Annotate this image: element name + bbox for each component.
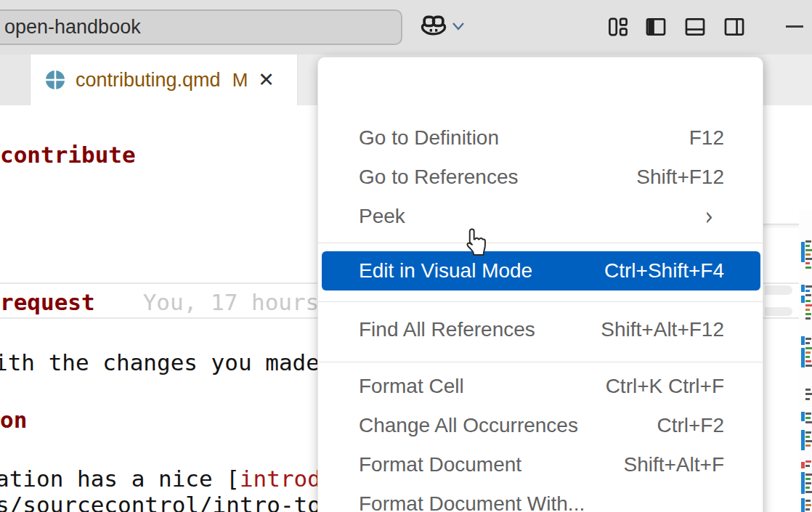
- minimap-change-bar: [801, 336, 805, 345]
- menu-item-label: Edit in Visual Mode: [359, 259, 532, 283]
- menu-item-format-document[interactable]: Format DocumentShift+Alt+F: [322, 445, 760, 484]
- minimap-text-mark: [805, 285, 812, 288]
- tab-contributing-qmd[interactable]: contributing.qmd M ✕: [31, 54, 298, 105]
- code-text: ith the changes you made yo: [0, 349, 360, 375]
- menu-item-shortcut: Shift+Alt+F: [623, 453, 724, 476]
- code-line: ation has a nice [introduct: [0, 466, 362, 492]
- minimap-change-bar: [801, 430, 805, 450]
- blame-annotation: You, 17 hours: [143, 289, 320, 315]
- menu-item-label: Format Cell: [359, 375, 464, 398]
- menu-item-format-cell[interactable]: Format CellCtrl+K Ctrl+F: [322, 367, 760, 406]
- minimap[interactable]: [799, 211, 812, 512]
- minimap-text-mark: [805, 365, 812, 367]
- minimap-text-mark: [805, 304, 812, 306]
- code-line: s/sourcecontrol/intro-to-gi: [0, 492, 362, 512]
- minimap-text-mark: [805, 508, 810, 511]
- minimize-icon[interactable]: [786, 25, 803, 28]
- copilot-icon[interactable]: [418, 11, 450, 43]
- minimap-text-mark: [805, 504, 811, 506]
- toggle-panel-icon[interactable]: [683, 15, 707, 39]
- minimap-text-mark: [805, 421, 812, 423]
- menu-item-go-to-definition[interactable]: Go to DefinitionF12: [322, 118, 760, 158]
- minimap-text-mark: [805, 500, 811, 502]
- menu-item-shortcut: Ctrl+K Ctrl+F: [606, 375, 724, 398]
- close-icon[interactable]: ✕: [258, 68, 275, 92]
- menu-item-change-all-occurrences[interactable]: Change All OccurrencesCtrl+F2: [322, 406, 760, 445]
- minimap-text-mark: [805, 262, 810, 264]
- menu-item-shortcut: Shift+Alt+F12: [601, 318, 724, 341]
- vscode-window: open-handbook: [0, 0, 812, 512]
- minimap-text-mark: [805, 240, 811, 243]
- menu-item-find-all-references[interactable]: Find All ReferencesShift+Alt+F12: [322, 310, 760, 349]
- title-bar: open-handbook: [0, 0, 812, 54]
- minimap-text-mark: [805, 444, 811, 447]
- minimap-text-mark: [805, 413, 811, 415]
- menu-item-shortcut: F12: [689, 126, 724, 150]
- code-text: s/sourcecontrol/intro-to-gi: [0, 492, 362, 512]
- minimap-text-mark: [805, 393, 812, 395]
- minimap-change-bar: [801, 296, 805, 303]
- toggle-secondary-sidebar-icon[interactable]: [722, 15, 747, 39]
- command-center[interactable]: open-handbook: [0, 9, 402, 45]
- minimap-text-mark: [805, 317, 811, 320]
- minimap-text-mark: [805, 491, 812, 493]
- minimap-text-mark: [805, 300, 811, 302]
- code-line: contribute: [0, 142, 136, 168]
- minimap-change-bar: [801, 348, 805, 367]
- menu-item-peek[interactable]: Peek›: [322, 197, 760, 236]
- minimap-text-mark: [805, 249, 812, 251]
- menu-item-shortcut: Ctrl+F2: [657, 414, 724, 437]
- minimap-text-mark: [805, 460, 811, 463]
- menu-item-shortcut: Shift+F12: [636, 166, 724, 189]
- minimap-text-mark: [805, 245, 810, 247]
- code-text: request: [0, 289, 95, 315]
- customize-layout-icon[interactable]: [606, 15, 630, 39]
- menu-separator: [318, 243, 764, 243]
- minimap-change-bar: [801, 412, 805, 421]
- minimap-change-bar: [801, 242, 805, 262]
- chevron-down-icon[interactable]: [451, 21, 466, 31]
- code-line: ith the changes you made yo: [0, 349, 360, 375]
- minimap-text-mark: [805, 474, 812, 476]
- code-text: ation has a nice [: [0, 466, 240, 492]
- menu-separator: [318, 362, 764, 362]
- menu-item-label: Format Document With...: [359, 492, 585, 512]
- code-line: requestYou, 17 hours: [0, 289, 319, 315]
- minimap-text-mark: [805, 313, 811, 315]
- minimap-text-mark: [805, 338, 811, 340]
- code-text: contribute: [0, 142, 136, 168]
- minimap-text-mark: [805, 478, 811, 480]
- menu-item-label: Format Document: [359, 453, 521, 476]
- menu-item-label: Go to References: [359, 166, 518, 189]
- command-center-text: open-handbook: [4, 16, 141, 38]
- toggle-primary-sidebar-icon[interactable]: [643, 15, 668, 39]
- menu-item-go-to-references[interactable]: Go to ReferencesShift+F12: [322, 158, 760, 197]
- minimap-text-mark: [805, 290, 810, 292]
- minimap-text-mark: [805, 360, 811, 362]
- line-highlight-fragment: [765, 307, 792, 316]
- line-highlight-fragment: [765, 285, 792, 295]
- modified-badge: M: [232, 69, 248, 92]
- quarto-icon: [45, 70, 65, 90]
- menu-item-format-document-with[interactable]: Format Document With...: [322, 484, 760, 512]
- menu-item-edit-in-visual-mode[interactable]: Edit in Visual ModeCtrl+Shift+F4: [322, 251, 760, 290]
- minimap-text-mark: [805, 465, 810, 467]
- minimap-text-mark: [805, 347, 812, 349]
- minimap-change-bar: [801, 472, 805, 494]
- minimap-text-mark: [805, 253, 811, 256]
- minimap-text-mark: [805, 294, 811, 296]
- minimap-text-mark: [805, 417, 811, 419]
- minimap-text-mark: [805, 436, 810, 438]
- submenu-chevron-icon: ›: [705, 203, 713, 229]
- minimap-text-mark: [805, 356, 810, 358]
- menu-item-label: Change All Occurrences: [359, 414, 578, 437]
- minimap-change-bar: [801, 462, 805, 468]
- editor-context-menu: Go to DefinitionF12Go to ReferencesShift…: [317, 57, 763, 512]
- minimap-text-mark: [805, 431, 811, 434]
- minimap-text-mark: [805, 342, 810, 344]
- tab-label: contributing.qmd: [76, 69, 221, 92]
- minimap-text-mark: [805, 267, 811, 269]
- minimap-change-bar: [801, 285, 805, 292]
- minimap-text-mark: [805, 352, 811, 354]
- minimap-text-mark: [805, 440, 812, 442]
